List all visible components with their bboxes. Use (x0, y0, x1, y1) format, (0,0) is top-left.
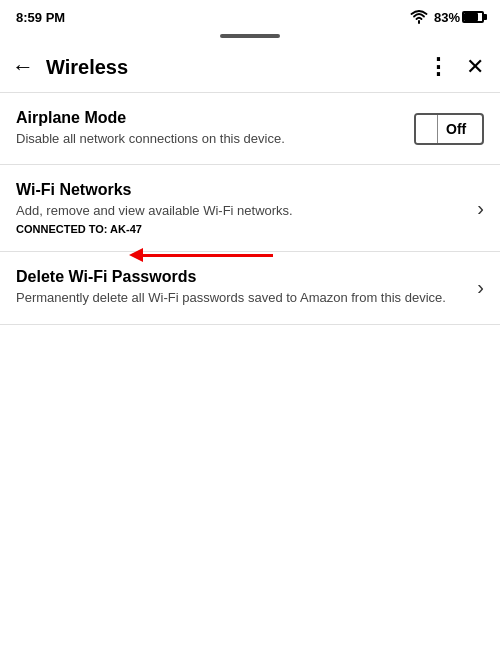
close-button[interactable]: ✕ (458, 50, 488, 84)
page-title: Wireless (46, 56, 419, 79)
battery-icon (462, 11, 484, 23)
delete-wifi-desc: Permanently delete all Wi-Fi passwords s… (16, 289, 465, 307)
delete-wifi-row[interactable]: Delete Wi-Fi Passwords Permanently delet… (0, 252, 500, 324)
wifi-networks-title: Wi-Fi Networks (16, 181, 465, 199)
airplane-mode-title: Airplane Mode (16, 109, 402, 127)
delete-wifi-arrow: › (477, 276, 484, 299)
wifi-networks-text: Wi-Fi Networks Add, remove and view avai… (16, 181, 477, 235)
toggle-slider (416, 115, 438, 143)
annotation-arrow (130, 248, 273, 262)
back-button[interactable]: ← (12, 50, 42, 84)
wifi-networks-row[interactable]: Wi-Fi Networks Add, remove and view avai… (0, 165, 500, 252)
more-button[interactable]: ⋮ (419, 52, 458, 82)
airplane-mode-row[interactable]: Airplane Mode Disable all network connec… (0, 93, 500, 165)
status-right: 83% (410, 10, 484, 25)
wifi-icon (410, 10, 428, 24)
toggle-label: Off (438, 117, 474, 141)
settings-list: Airplane Mode Disable all network connec… (0, 93, 500, 325)
airplane-mode-desc: Disable all network connections on this … (16, 130, 402, 148)
battery-percent: 83% (434, 10, 460, 25)
airplane-mode-text: Airplane Mode Disable all network connec… (16, 109, 414, 148)
battery-indicator: 83% (434, 10, 484, 25)
gesture-bar-top (0, 32, 500, 42)
arrow-line (143, 254, 273, 257)
delete-wifi-text: Delete Wi-Fi Passwords Permanently delet… (16, 268, 477, 307)
wifi-connected-status: CONNECTED TO: AK-47 (16, 223, 465, 235)
wifi-networks-arrow: › (477, 197, 484, 220)
wifi-networks-desc: Add, remove and view available Wi-Fi net… (16, 202, 465, 220)
delete-wifi-title: Delete Wi-Fi Passwords (16, 268, 465, 286)
status-time: 8:59 PM (16, 10, 65, 25)
arrow-head (129, 248, 143, 262)
airplane-mode-toggle[interactable]: Off (414, 113, 484, 145)
status-bar: 8:59 PM 83% (0, 0, 500, 32)
indicator-line (220, 34, 280, 38)
nav-bar: ← Wireless ⋮ ✕ (0, 42, 500, 93)
